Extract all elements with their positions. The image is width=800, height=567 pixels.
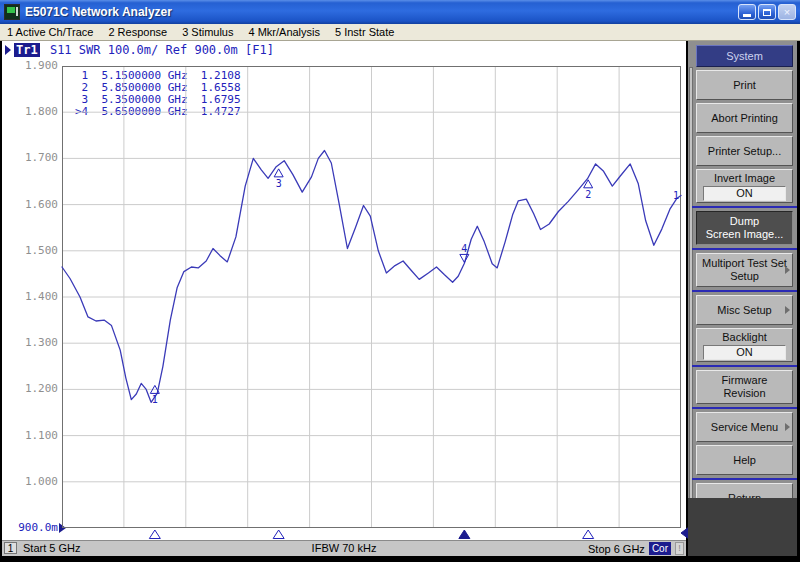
softkey-print[interactable]: Print: [696, 70, 793, 100]
trace-marker-number: 2: [585, 189, 591, 200]
title-bar: E5071C Network Analyzer ×: [0, 0, 800, 24]
softkey-label: Abort Printing: [711, 112, 778, 125]
softkey-misc-setup[interactable]: Misc Setup: [696, 295, 793, 325]
softkey-label: Printer Setup...: [708, 145, 781, 158]
stimulus-marker-icon: [273, 530, 284, 539]
channel-indicator: 1: [4, 542, 17, 554]
softkey-label: Misc Setup: [717, 304, 771, 317]
softkey-state-value: ON: [703, 186, 787, 201]
status-bar-right: Stop 6 GHz Cor !: [588, 542, 684, 555]
y-axis-label: 1.300: [4, 337, 58, 349]
ifbw-label: IFBW 70 kHz: [312, 542, 377, 554]
restore-button[interactable]: [758, 4, 776, 20]
window-controls: ×: [738, 4, 796, 20]
stop-frequency-label: Stop 6 GHz: [588, 543, 645, 555]
softkey-printer-setup[interactable]: Printer Setup...: [696, 136, 793, 166]
trace-end-number: 1: [673, 190, 679, 201]
softkey-scroll-strip[interactable]: [689, 67, 693, 519]
trace-marker-triangle-icon: [274, 169, 283, 177]
softkey-state-value: ON: [703, 345, 787, 360]
softkey-stack: SystemPrintAbort PrintingPrinter Setup..…: [696, 45, 793, 513]
softkey-multiport-test-set[interactable]: Multiport Test SetSetup: [696, 253, 793, 287]
status-alert-indicator: !: [675, 542, 684, 555]
softkey-separator: [692, 248, 797, 250]
softkey-label-line2: Setup: [730, 270, 759, 283]
softkey-separator: [692, 478, 797, 480]
start-frequency-label: Start 5 GHz: [23, 542, 80, 554]
y-axis-label: 1.900: [4, 60, 58, 72]
softkey-label: Firmware: [722, 374, 768, 387]
sidebar-bottom-panel: [688, 498, 797, 556]
menu-bar: 1 Active Ch/Trace2 Response3 Stimulus4 M…: [0, 24, 800, 41]
softkey-abort-printing[interactable]: Abort Printing: [696, 103, 793, 133]
measurement-display: Tr1 S11 SWR 100.0m/ Ref 900.0m [F1] 1.90…: [2, 41, 686, 556]
softkey-firmware[interactable]: FirmwareRevision: [696, 370, 793, 404]
app-icon: [4, 4, 20, 20]
softkey-label: Help: [733, 454, 756, 467]
y-axis-label: 1.400: [4, 291, 58, 303]
submenu-arrow-icon: [785, 306, 790, 314]
submenu-arrow-icon: [785, 423, 790, 431]
softkey-label: Multiport Test Set: [702, 257, 787, 270]
y-axis-label: 1.800: [4, 106, 58, 118]
menu-item-3[interactable]: 3 Stimulus: [182, 26, 233, 38]
trace-summary: S11 SWR 100.0m/ Ref 900.0m [F1]: [43, 43, 274, 57]
restore-icon: [763, 9, 771, 16]
softkey-label-line2: Revision: [723, 387, 765, 400]
y-axis-label: 1.600: [4, 199, 58, 211]
trace-marker-number: 4: [461, 243, 467, 254]
y-axis-label: 1.200: [4, 383, 58, 395]
y-axis-label: 1.500: [4, 245, 58, 257]
softkey-label: Service Menu: [711, 421, 778, 434]
softkey-label: Invert Image: [714, 172, 775, 185]
softkey-sidebar: SystemPrintAbort PrintingPrinter Setup..…: [688, 41, 797, 556]
softkey-label: System: [726, 50, 763, 63]
softkey-separator: [692, 290, 797, 292]
softkey-label: Print: [733, 79, 756, 92]
menu-item-2[interactable]: 2 Response: [108, 26, 167, 38]
softkey-dump[interactable]: DumpScreen Image...: [696, 211, 793, 245]
softkey-service-menu[interactable]: Service Menu: [696, 412, 793, 442]
close-button[interactable]: ×: [778, 4, 796, 20]
minimize-icon: [743, 14, 751, 17]
softkey-invert-image[interactable]: Invert ImageON: [696, 169, 793, 203]
softkey-help[interactable]: Help: [696, 445, 793, 475]
softkey-separator: [692, 365, 797, 367]
window-title: E5071C Network Analyzer: [25, 5, 172, 19]
softkey-label: Dump: [730, 215, 759, 228]
stimulus-marker-icon: [583, 530, 594, 539]
close-icon: ×: [784, 7, 790, 18]
correction-status-badge: Cor: [649, 542, 671, 555]
y-axis-label: 1.100: [4, 430, 58, 442]
active-trace-arrow-icon: [5, 45, 11, 55]
trace-marker-number: 3: [276, 178, 282, 189]
submenu-arrow-icon: [785, 266, 790, 274]
plot-canvas: 12341: [62, 66, 681, 546]
instrument-screen: E5071C Network Analyzer × 1 Active Ch/Tr…: [0, 0, 800, 567]
minimize-button[interactable]: [738, 4, 756, 20]
stimulus-marker-icon: [149, 530, 160, 539]
swr-plot[interactable]: 12341: [62, 66, 681, 546]
softkey-separator: [692, 407, 797, 409]
trace-header: Tr1 S11 SWR 100.0m/ Ref 900.0m [F1]: [5, 43, 274, 57]
softkey-system[interactable]: System: [696, 45, 793, 67]
trace-name-badge[interactable]: Tr1: [14, 43, 40, 57]
y-axis-label: 1.000: [4, 476, 58, 488]
softkey-label-line2: Screen Image...: [706, 228, 784, 241]
trace-marker-number: 1: [152, 394, 158, 405]
status-bar: 1 Start 5 GHz IFBW 70 kHz Stop 6 GHz Cor…: [2, 540, 686, 556]
display-frame: Tr1 S11 SWR 100.0m/ Ref 900.0m [F1] 1.90…: [0, 41, 800, 562]
stimulus-marker-active-icon: [459, 530, 470, 539]
softkey-backlight[interactable]: BacklightON: [696, 328, 793, 362]
y-axis-label: 1.700: [4, 152, 58, 164]
reference-level-label: 900.0m: [4, 522, 58, 534]
softkey-label: Backlight: [722, 331, 767, 344]
menu-item-5[interactable]: 5 Instr State: [335, 26, 394, 38]
menu-item-1[interactable]: 1 Active Ch/Trace: [7, 26, 93, 38]
softkey-separator: [692, 206, 797, 208]
menu-item-4[interactable]: 4 Mkr/Analysis: [248, 26, 320, 38]
